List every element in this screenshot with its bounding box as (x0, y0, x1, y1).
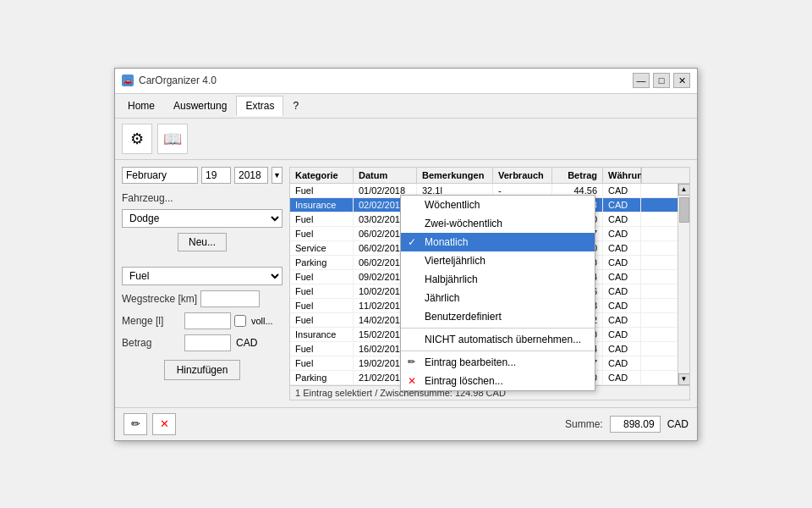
cell-wahrung: CAD (603, 256, 641, 269)
bottom-buttons: ✏ ✕ (123, 413, 176, 435)
scrollbar-track[interactable]: ▲ ▼ (678, 184, 689, 385)
menu-tab-auswertung[interactable]: Auswertung (164, 96, 236, 116)
delete-icon: ✕ (160, 417, 169, 430)
wegstrecke-row: Wegstrecke [km] (122, 290, 283, 307)
col-header-kategorie: Kategorie (290, 168, 354, 183)
settings-button[interactable]: ⚙ (122, 124, 152, 154)
voll-checkbox[interactable] (234, 315, 246, 327)
main-window: 🚗 CarOrganizer 4.0 — □ ✕ Home Auswertung… (114, 68, 698, 441)
scroll-up-button[interactable]: ▲ (678, 184, 690, 196)
cell-wahrung: CAD (603, 270, 641, 284)
cell-kategorie: Service (290, 241, 354, 255)
edit-button[interactable]: ✏ (123, 413, 147, 435)
x-icon: ✕ (408, 375, 416, 387)
col-header-datum: Datum (354, 168, 417, 183)
menu-tab-extras[interactable]: Extras (236, 96, 283, 116)
left-panel: ▼ Fahrzeug... Dodge Neu... Fuel Wegstrec… (122, 167, 283, 400)
cell-wahrung: CAD (603, 213, 641, 226)
scrollbar-placeholder (641, 168, 653, 183)
cell-wahrung: CAD (603, 227, 641, 240)
date-dropdown-button[interactable]: ▼ (272, 167, 283, 184)
pencil-icon: ✏ (408, 356, 415, 367)
maximize-button[interactable]: □ (653, 73, 670, 88)
betrag-input[interactable] (184, 334, 231, 351)
summe-area: Summe: 898.09 CAD (565, 416, 689, 433)
col-header-wahrung: Währung (603, 168, 641, 183)
cell-kategorie: Fuel (290, 184, 354, 197)
voll-label: voll... (251, 316, 273, 326)
date-row: ▼ (122, 167, 283, 184)
cell-wahrung: CAD (603, 356, 641, 370)
menu-tab-home[interactable]: Home (118, 96, 164, 116)
minimize-button[interactable]: — (633, 73, 650, 88)
right-panel: Kategorie Datum Bemerkungen Verbrauch Be… (289, 167, 690, 400)
date-year-input[interactable] (234, 167, 268, 184)
bottom-bar: ✏ ✕ Summe: 898.09 CAD (115, 407, 697, 440)
cell-kategorie: Parking (290, 371, 354, 384)
app-icon: 🚗 (122, 75, 134, 86)
summe-label: Summe: (565, 418, 603, 430)
menge-input[interactable] (184, 312, 231, 329)
context-menu-item-vierteljaehrlich[interactable]: Vierteljährlich (401, 251, 595, 270)
context-menu-item-eintrag_bearb[interactable]: ✏Eintrag bearbeiten... (401, 353, 595, 372)
title-bar-controls: — □ ✕ (633, 73, 690, 88)
cell-wahrung: CAD (603, 284, 641, 298)
summe-value: 898.09 (610, 416, 661, 433)
wegstrecke-input[interactable] (200, 290, 260, 307)
date-month-input[interactable] (122, 167, 198, 184)
edit-icon: ✏ (131, 417, 140, 430)
menu-tab-help[interactable]: ? (283, 96, 308, 116)
menubar: Home Auswertung Extras ? (115, 94, 697, 119)
col-header-bemerkungen: Bemerkungen (417, 168, 493, 183)
hinzufugen-button[interactable]: Hinzufügen (164, 360, 241, 380)
cell-kategorie: Fuel (290, 213, 354, 226)
kategorie-select[interactable]: Fuel (122, 267, 283, 285)
close-button[interactable]: ✕ (673, 73, 690, 88)
cell-wahrung: CAD (603, 299, 641, 312)
wegstrecke-label: Wegstrecke [km] (122, 293, 197, 305)
cell-kategorie: Fuel (290, 299, 354, 312)
context-menu-item-jaehrlich[interactable]: Jährlich (401, 289, 595, 307)
book-button[interactable]: 📖 (157, 124, 188, 154)
table-header: Kategorie Datum Bemerkungen Verbrauch Be… (290, 168, 689, 184)
betrag-row: Betrag CAD (122, 334, 283, 351)
scroll-thumb[interactable] (679, 197, 689, 223)
cell-kategorie: Fuel (290, 342, 354, 356)
menge-row: Menge [l] voll... (122, 312, 283, 329)
context-menu-item-halbjaehrlich[interactable]: Halbjährlich (401, 270, 595, 289)
cell-wahrung: CAD (603, 241, 641, 255)
cell-wahrung: CAD (603, 328, 641, 341)
date-day-input[interactable] (201, 167, 231, 184)
delete-button[interactable]: ✕ (152, 413, 176, 435)
main-content: ▼ Fahrzeug... Dodge Neu... Fuel Wegstrec… (115, 160, 697, 407)
cell-kategorie: Insurance (290, 328, 354, 341)
context-menu-item-eintrag_losch[interactable]: ✕Eintrag löschen... (401, 372, 595, 390)
gear-icon: ⚙ (130, 130, 144, 148)
context-menu-item-monatlich[interactable]: ✓Monatlich (401, 233, 595, 251)
checkmark-icon: ✓ (408, 236, 416, 248)
cell-kategorie: Fuel (290, 270, 354, 284)
cell-wahrung: CAD (603, 313, 641, 327)
cell-kategorie: Fuel (290, 227, 354, 240)
cell-kategorie: Fuel (290, 356, 354, 370)
cell-kategorie: Insurance (290, 198, 354, 212)
cell-wahrung: CAD (603, 184, 641, 197)
toolbar: ⚙ 📖 (115, 119, 697, 160)
cell-wahrung: CAD (603, 198, 641, 212)
scroll-down-button[interactable]: ▼ (678, 373, 690, 385)
cell-wahrung: CAD (603, 371, 641, 384)
cell-wahrung: CAD (603, 342, 641, 356)
betrag-label: Betrag (122, 337, 181, 349)
betrag-currency-label: CAD (236, 337, 257, 349)
context-menu-item-nicht_auto[interactable]: NICHT automatisch übernehmen... (401, 330, 595, 349)
fahrzeug-label: Fahrzeug... (122, 192, 283, 204)
context-menu-item-woechentlich[interactable]: Wöchentlich (401, 196, 595, 214)
context-menu-item-benutzerdefiniert[interactable]: Benutzerdefiniert (401, 307, 595, 326)
context-menu-item-zwei_woechentlich[interactable]: Zwei-wöchentlich (401, 214, 595, 233)
neu-button[interactable]: Neu... (178, 233, 227, 251)
fahrzeug-select[interactable]: Dodge (122, 209, 283, 228)
menu-separator (401, 351, 595, 351)
title-bar-left: 🚗 CarOrganizer 4.0 (122, 75, 217, 86)
context-menu: WöchentlichZwei-wöchentlich✓MonatlichVie… (400, 195, 595, 391)
window-title: CarOrganizer 4.0 (139, 75, 217, 86)
